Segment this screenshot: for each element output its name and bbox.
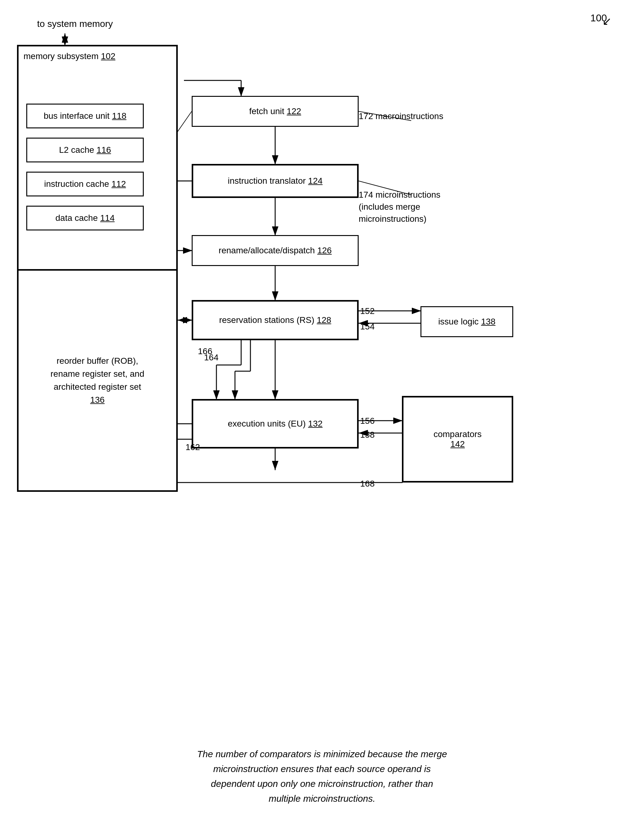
label-164: 164 (204, 353, 219, 363)
issue-logic-box: issue logic 138 (421, 306, 513, 337)
label-152: 152 (360, 306, 375, 316)
bottom-caption: The number of comparators is minimized b… (167, 747, 477, 806)
bus-interface-label: bus interface unit 118 (44, 111, 126, 121)
label-154: 154 (360, 322, 375, 332)
instruction-translator-box: instruction translator 124 (192, 164, 359, 198)
fetch-unit-label: fetch unit 122 (249, 107, 301, 116)
execution-units-label: execution units (EU) 132 (228, 419, 323, 429)
diagram-container: 100 ↙ to system memory memory subsystem … (0, 0, 644, 837)
reservation-stations-label: reservation stations (RS) 128 (219, 315, 331, 325)
data-cache-label: data cache 114 (55, 213, 115, 223)
reorder-buffer-box: reorder buffer (ROB), rename register se… (17, 269, 178, 492)
label-158: 158 (360, 430, 375, 440)
reorder-buffer-label: reorder buffer (ROB), rename register se… (51, 354, 144, 407)
label-162: 162 (185, 442, 200, 452)
fetch-unit-box: fetch unit 122 (192, 96, 359, 127)
issue-logic-label: issue logic 138 (438, 317, 495, 327)
rename-allocate-dispatch-box: rename/allocate/dispatch 126 (192, 235, 359, 266)
l2-cache-label: L2 cache 116 (59, 145, 111, 155)
comparators-label: comparators 142 (433, 429, 482, 449)
reservation-stations-box: reservation stations (RS) 128 (192, 300, 359, 340)
to-system-memory-label: to system memory (37, 18, 113, 29)
label-156: 156 (360, 416, 375, 426)
instruction-cache-label: instruction cache 112 (44, 179, 126, 189)
annotation-174: 174 microinstructions (includes merge mi… (359, 189, 441, 225)
memory-subsystem-label: memory subsystem 102 (23, 51, 115, 61)
comparators-box: comparators 142 (402, 396, 513, 483)
rename-label: rename/allocate/dispatch 126 (219, 246, 332, 256)
execution-units-box: execution units (EU) 132 (192, 399, 359, 448)
data-cache-box: data cache 114 (26, 206, 144, 230)
ref-arrow-100: ↙ (602, 15, 611, 28)
annotation-172: 172 macroinstructions (359, 112, 443, 121)
instruction-translator-label: instruction translator 124 (228, 176, 323, 186)
bus-interface-unit-box: bus interface unit 118 (26, 103, 144, 128)
label-168: 168 (360, 479, 375, 489)
instruction-cache-box: instruction cache 112 (26, 172, 144, 197)
l2-cache-box: L2 cache 116 (26, 138, 144, 162)
memory-subsystem-box: memory subsystem 102 bus interface unit … (17, 45, 178, 299)
